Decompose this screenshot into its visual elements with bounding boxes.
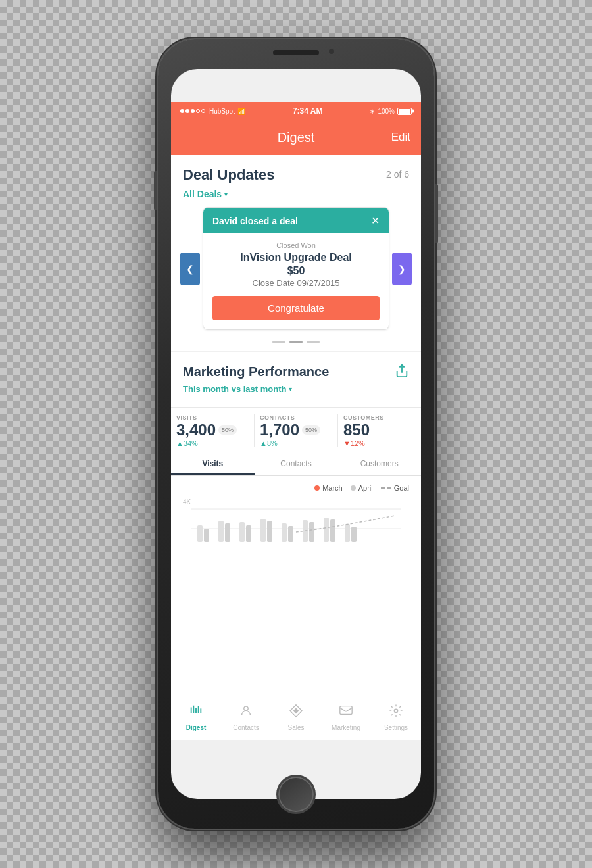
deal-amount: $50 <box>212 265 380 277</box>
deal-card-wrapper: ❮ David closed a deal ✕ Closed Won InVis… <box>180 207 412 330</box>
status-time: 7:34 AM <box>293 107 323 116</box>
chart-legend: March April Goal <box>171 480 421 496</box>
customers-value: 850 <box>343 422 370 438</box>
legend-goal: Goal <box>381 484 409 492</box>
tab-marketing[interactable]: Marketing <box>321 704 371 731</box>
signal-dot-2 <box>185 109 189 113</box>
signal-dot-1 <box>180 109 184 113</box>
earpiece <box>273 50 319 55</box>
deal-card-body: Closed Won InVision Upgrade Deal $50 Clo… <box>203 233 389 329</box>
marketing-label: Marketing <box>332 724 360 731</box>
svg-point-10 <box>394 709 398 713</box>
contacts-label: CONTACTS <box>260 414 295 421</box>
marketing-title: Marketing Performance <box>183 364 329 379</box>
bar-march-8 <box>345 524 350 542</box>
nav-bar: Digest Edit <box>171 120 421 155</box>
bar-april-5 <box>288 526 293 542</box>
tab-settings[interactable]: Settings <box>371 704 421 731</box>
tab-digest[interactable]: Digest <box>171 704 221 731</box>
battery-icon <box>397 108 412 115</box>
tab-contacts[interactable]: Contacts <box>255 454 338 475</box>
deal-card: David closed a deal ✕ Closed Won InVisio… <box>203 207 389 330</box>
progress-dots <box>171 341 421 343</box>
edit-button[interactable]: Edit <box>391 131 410 144</box>
chevron-down-icon: ▾ <box>224 191 228 198</box>
visits-badge: 50% <box>218 425 237 435</box>
settings-label: Settings <box>384 724 408 731</box>
marketing-section: Marketing Performance This month vs last… <box>171 354 421 407</box>
deal-updates-title: Deal Updates <box>183 166 274 183</box>
left-arrow-icon: ❮ <box>186 264 194 274</box>
contacts-value: 1,700 <box>260 422 299 438</box>
bar-march-2 <box>218 521 224 542</box>
nav-title: Digest <box>278 130 315 145</box>
april-dot <box>351 485 356 491</box>
progress-dot-3 <box>307 341 320 343</box>
chart-svg <box>183 496 409 548</box>
marketing-icon <box>339 704 353 722</box>
wifi-icon: 📶 <box>237 108 245 115</box>
close-deal-button[interactable]: ✕ <box>371 214 380 227</box>
march-dot <box>314 485 320 491</box>
home-button[interactable] <box>276 775 316 814</box>
congratulate-button[interactable]: Congratulate <box>212 296 380 320</box>
right-arrow-icon: ❯ <box>398 264 406 274</box>
legend-april: April <box>351 484 373 492</box>
all-deals-filter[interactable]: All Deals ▾ <box>183 189 409 199</box>
contacts-badge: 50% <box>302 425 320 435</box>
prev-deal-button[interactable]: ❮ <box>180 253 200 285</box>
visits-stat: VISITS 3,400 50% ▲34% <box>171 414 255 447</box>
sales-label: Sales <box>287 724 304 731</box>
progress-dot-1 <box>272 341 285 343</box>
month-chevron-icon: ▾ <box>289 385 292 393</box>
status-right: ∗ 100% <box>370 108 412 115</box>
digest-label: Digest <box>186 724 207 731</box>
content-area: Deal Updates 2 of 6 All Deals ▾ ❮ David … <box>171 155 421 694</box>
bar-march-3 <box>239 522 245 542</box>
stats-row: VISITS 3,400 50% ▲34% CONTACTS 1,700 50% <box>171 407 421 447</box>
status-bar: HubSpot 📶 7:34 AM ∗ 100% <box>171 102 421 120</box>
month-filter-label: This month vs last month <box>183 384 286 394</box>
svg-rect-4 <box>193 705 194 713</box>
tab-contacts[interactable]: Contacts <box>221 704 271 731</box>
svg-rect-7 <box>200 708 201 713</box>
visits-change: ▲34% <box>176 439 198 447</box>
tab-bar: Digest Contacts <box>171 694 421 740</box>
svg-point-8 <box>244 706 248 710</box>
svg-rect-5 <box>195 708 197 713</box>
next-deal-button[interactable]: ❯ <box>392 253 412 285</box>
chart-tab-selector: Visits Contacts Customers <box>171 454 421 476</box>
tab-customers[interactable]: Customers <box>337 454 421 475</box>
tab-sales[interactable]: Sales <box>271 704 321 731</box>
deal-name: InVision Upgrade Deal <box>212 252 380 264</box>
marketing-header: Marketing Performance <box>183 364 409 381</box>
deal-updates-header: Deal Updates 2 of 6 <box>171 155 421 189</box>
contacts-stat: CONTACTS 1,700 50% ▲8% <box>255 414 338 447</box>
contacts-label: Contacts <box>233 724 259 731</box>
bar-april-6 <box>309 522 314 542</box>
customers-stat: CUSTOMERS 850 ▼12% <box>338 414 421 447</box>
signal-dot-4 <box>196 109 200 113</box>
customers-change: ▼12% <box>343 439 365 447</box>
section-divider <box>171 351 421 352</box>
tab-visits[interactable]: Visits <box>171 454 255 475</box>
deal-count: 2 of 6 <box>386 169 409 180</box>
april-label: April <box>358 484 373 492</box>
bar-april-3 <box>246 525 251 542</box>
bar-march-4 <box>260 519 266 542</box>
month-filter[interactable]: This month vs last month ▾ <box>183 384 409 394</box>
share-icon[interactable] <box>395 364 409 381</box>
customers-value-row: 850 <box>343 422 370 438</box>
goal-dash <box>381 487 391 489</box>
status-left: HubSpot 📶 <box>180 108 245 115</box>
contacts-icon <box>239 704 253 722</box>
bar-march-7 <box>324 518 329 542</box>
customers-label: CUSTOMERS <box>343 414 384 421</box>
carrier-label: HubSpot <box>209 108 235 115</box>
bar-april-4 <box>267 521 272 542</box>
signal-dot-5 <box>201 109 205 113</box>
bar-april-7 <box>330 519 335 542</box>
bar-april-1 <box>204 529 209 542</box>
phone-frame: HubSpot 📶 7:34 AM ∗ 100% Digest Edit <box>158 39 434 829</box>
deal-status: Closed Won <box>212 241 380 249</box>
